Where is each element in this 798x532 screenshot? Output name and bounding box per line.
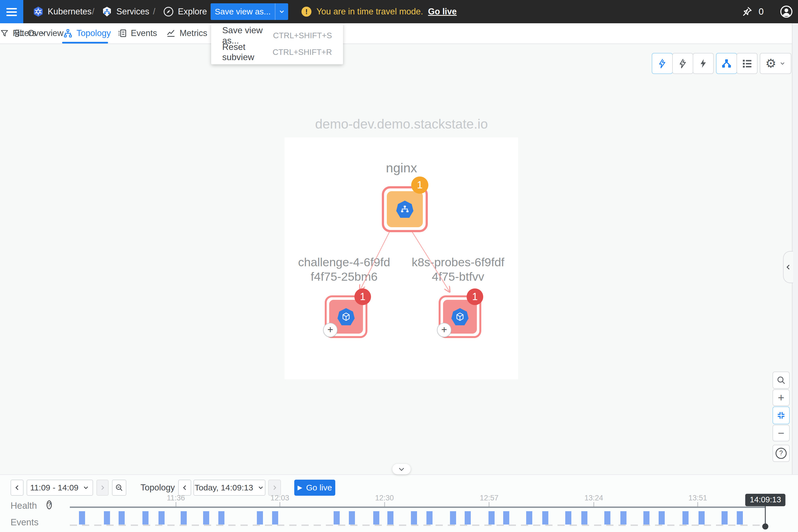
health-timeline-line[interactable] [70, 507, 765, 508]
time-travel-marker-dot[interactable] [762, 524, 768, 530]
event-bar[interactable] [218, 511, 225, 525]
expand-node-button[interactable]: + [323, 323, 338, 337]
event-bar[interactable] [465, 511, 471, 525]
timeline-tick-mark [384, 502, 385, 507]
event-bar[interactable] [643, 511, 649, 525]
tab-overview[interactable]: Overview [14, 23, 63, 43]
event-bar[interactable] [489, 511, 495, 525]
event-bar[interactable] [158, 511, 165, 525]
right-panel-expand-handle[interactable] [783, 251, 793, 283]
timeline-collapse-handle[interactable] [392, 464, 411, 474]
kubernetes-icon [33, 6, 44, 17]
list-view-mode-button[interactable] [737, 53, 758, 74]
node-nginx-body [387, 191, 423, 227]
tab-events-label: Events [131, 28, 157, 38]
question-mark-icon: ? [776, 448, 787, 459]
tab-topology-label: Topology [76, 28, 111, 38]
event-bar[interactable] [526, 511, 532, 525]
event-bar[interactable] [581, 511, 587, 525]
zoom-in-button[interactable]: + [773, 389, 790, 406]
tab-metrics-label: Metrics [179, 28, 207, 38]
user-avatar-icon[interactable] [780, 5, 793, 18]
event-bar[interactable] [737, 511, 743, 525]
event-bar[interactable] [387, 511, 394, 525]
event-bar[interactable] [334, 511, 340, 525]
chevron-down-icon [779, 60, 786, 67]
event-bar[interactable] [565, 511, 571, 525]
event-bar[interactable] [373, 511, 379, 525]
event-bar[interactable] [180, 511, 187, 525]
breadcrumb-kubernetes[interactable]: Kubernetes [48, 0, 92, 23]
time-travel-warning: ! You are in time travel mode. Go live [302, 0, 457, 23]
tab-topology[interactable]: Topology [63, 23, 111, 43]
node-k8s-probes-badge[interactable]: 1 [467, 288, 483, 305]
health-help-button[interactable]: ? [46, 500, 52, 509]
event-bar[interactable] [104, 511, 110, 525]
event-bar[interactable] [257, 511, 263, 525]
event-bar[interactable] [699, 511, 705, 525]
range-back-button[interactable] [11, 480, 23, 496]
timeline-track[interactable]: 14:09:13 11:3612:0312:3012:5713:2413:51 [70, 474, 767, 532]
time-travel-marker-line[interactable] [765, 504, 766, 527]
event-bar[interactable] [142, 511, 149, 525]
menu-item-save-view-as[interactable]: Save view as... CTRL+SHIFT+S [211, 27, 343, 44]
event-bar[interactable] [79, 511, 85, 525]
timeline-tick-label: 12:03 [270, 494, 289, 502]
menu-item-shortcut: CTRL+SHIFT+R [273, 48, 332, 57]
hamburger-menu-button[interactable] [0, 0, 23, 23]
save-view-as-button[interactable]: Save view as... [211, 3, 288, 20]
event-bar[interactable] [604, 511, 610, 525]
topology-edges [277, 222, 527, 310]
event-bar[interactable] [426, 511, 433, 525]
help-button[interactable]: ? [773, 445, 790, 462]
go-live-link[interactable]: Go live [428, 7, 457, 17]
services-icon [101, 6, 113, 17]
timeline-tick-label: 13:51 [688, 494, 707, 502]
event-bar[interactable] [503, 511, 509, 525]
tab-metrics[interactable]: Metrics [166, 23, 207, 43]
menu-item-reset-subview[interactable]: Reset subview CTRL+SHIFT+R [211, 44, 343, 60]
canvas-settings-button[interactable]: ⚙ [760, 53, 791, 74]
topology-icon [63, 28, 73, 38]
event-bar[interactable] [621, 511, 626, 525]
save-view-caret-button[interactable] [275, 3, 288, 20]
zoom-fit-button[interactable] [773, 406, 790, 424]
pin-icon[interactable] [741, 6, 753, 17]
event-bar[interactable] [349, 511, 355, 525]
search-icon [776, 375, 786, 385]
event-bar[interactable] [542, 511, 548, 525]
event-bar[interactable] [203, 511, 209, 525]
event-bar[interactable] [722, 511, 728, 525]
top-bar: Kubernetes / Services / Explore Save vie… [0, 0, 798, 23]
menu-item-shortcut: CTRL+SHIFT+S [273, 31, 332, 40]
breadcrumb-explore[interactable]: Explore [178, 0, 207, 23]
warning-icon: ! [302, 7, 311, 17]
expand-node-button[interactable]: + [437, 323, 451, 337]
timeline-tick-mark [279, 502, 280, 507]
event-bar[interactable] [411, 511, 417, 525]
edge-nginx-to-challenge[interactable] [360, 229, 391, 290]
visualizer-bolt-outline-active-button[interactable] [652, 53, 673, 74]
event-bar[interactable] [682, 511, 688, 525]
edge-nginx-to-k8s-probes[interactable] [411, 229, 450, 291]
graph-view-icon [721, 58, 732, 69]
canvas-search-button[interactable] [773, 372, 790, 389]
warning-text: You are in time travel mode. [317, 7, 423, 17]
event-bar[interactable] [450, 511, 456, 525]
timeline-tick-mark [593, 502, 594, 507]
event-bar[interactable] [659, 511, 665, 525]
event-bar[interactable] [272, 511, 278, 525]
zoom-out-button[interactable]: − [773, 425, 790, 441]
breadcrumb-services[interactable]: Services [116, 0, 149, 23]
event-bar[interactable] [119, 511, 125, 525]
visualizer-bolt-outline-button[interactable] [672, 53, 693, 74]
tab-events[interactable]: Events [117, 23, 157, 43]
cluster-title: demo-dev.demo.stackstate.io [285, 116, 518, 132]
node-nginx-badge[interactable]: 1 [411, 176, 429, 194]
topology-view-mode-button[interactable] [716, 53, 737, 74]
visualizer-bolt-filled-button[interactable] [693, 53, 714, 74]
gear-icon: ⚙ [765, 57, 776, 70]
node-challenge-badge[interactable]: 1 [355, 288, 371, 305]
stackstate-app: Kubernetes / Services / Explore Save vie… [0, 0, 798, 532]
timeline-tick-label: 12:57 [480, 494, 499, 502]
